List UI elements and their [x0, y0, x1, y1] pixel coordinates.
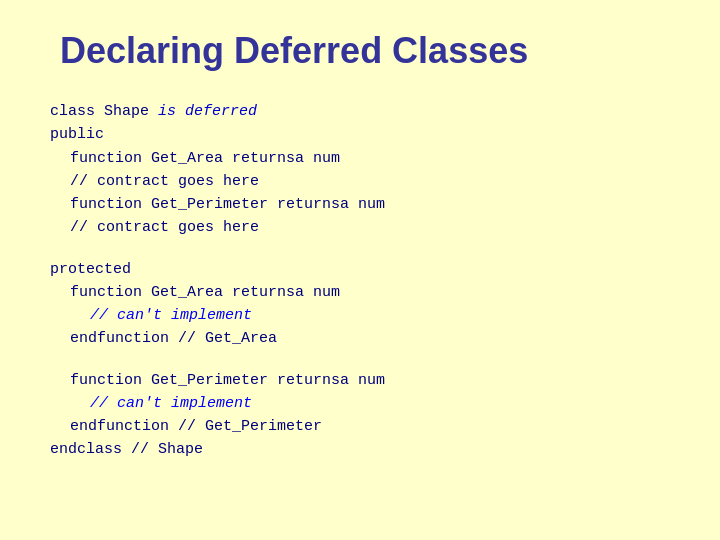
code-line: class Shape is deferred: [50, 100, 670, 123]
code-line-italic: // can't implement: [90, 392, 670, 415]
code-line: endclass // Shape: [50, 438, 670, 461]
code-section-1: class Shape is deferred public function …: [50, 100, 670, 240]
code-block: class Shape is deferred public function …: [50, 100, 670, 480]
code-line: endfunction // Get_Area: [70, 327, 670, 350]
code-line: endfunction // Get_Perimeter: [70, 415, 670, 438]
code-section-2: protected function Get_Area returnsa num…: [50, 258, 670, 351]
code-line-italic: // can't implement: [90, 304, 670, 327]
code-line: // contract goes here: [70, 170, 670, 193]
code-line: // contract goes here: [70, 216, 670, 239]
code-line: function Get_Area returnsa num: [70, 281, 670, 304]
code-line: function Get_Area returnsa num: [70, 147, 670, 170]
code-line: function Get_Perimeter returnsa num: [70, 369, 670, 392]
slide-title: Declaring Deferred Classes: [60, 30, 670, 72]
code-text: class Shape is deferred: [50, 103, 257, 120]
code-line: protected: [50, 258, 670, 281]
code-line: public: [50, 123, 670, 146]
code-section-3: function Get_Perimeter returnsa num // c…: [50, 369, 670, 462]
code-line: function Get_Perimeter returnsa num: [70, 193, 670, 216]
slide-container: Declaring Deferred Classes class Shape i…: [0, 0, 720, 540]
